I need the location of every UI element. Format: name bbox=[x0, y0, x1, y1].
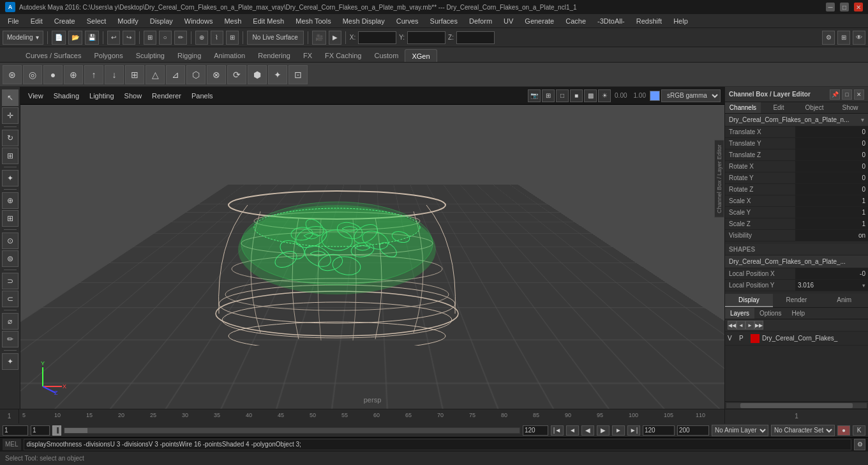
shelf-tab-xgen[interactable]: XGen bbox=[405, 49, 437, 62]
shelf-tab-fxcaching[interactable]: FX Caching bbox=[318, 49, 368, 62]
rp-pin-button[interactable]: 📌 bbox=[830, 89, 840, 100]
tb-render[interactable]: 🎥 bbox=[312, 31, 326, 45]
lt-show-manip[interactable]: ⊙ bbox=[2, 232, 19, 249]
shelf-icon-3[interactable]: ● bbox=[43, 65, 63, 84]
pb-step-back[interactable]: ◄ bbox=[566, 425, 579, 436]
vp-grid-btn[interactable]: ⊞ bbox=[542, 89, 555, 102]
shelf-tab-curves[interactable]: Curves / Surfaces bbox=[19, 49, 87, 62]
character-set-select[interactable]: No Character Set bbox=[771, 425, 835, 436]
lt-scale-tool[interactable]: ⊞ bbox=[2, 148, 19, 164]
shelf-icon-13[interactable]: ⬢ bbox=[248, 65, 267, 84]
layer-tab-options[interactable]: Options bbox=[754, 308, 786, 319]
tb-snap-curve[interactable]: ⌇ bbox=[211, 31, 223, 45]
shelf-icon-1[interactable]: ⊛ bbox=[3, 65, 22, 84]
shelf-tab-polygons[interactable]: Polygons bbox=[87, 49, 129, 62]
ch-tab-channels[interactable]: Channels bbox=[725, 102, 761, 113]
lt-select-tool[interactable]: ↖ bbox=[2, 89, 19, 106]
ch-value-rotate-z[interactable]: 0 bbox=[795, 184, 868, 195]
vp-menu-panels[interactable]: Panels bbox=[188, 91, 217, 101]
timeline-ruler[interactable]: 5 10 15 20 25 30 35 40 45 50 55 60 65 70… bbox=[19, 409, 724, 423]
shelf-icon-11[interactable]: ⊗ bbox=[207, 65, 226, 84]
menu-display[interactable]: Display bbox=[145, 16, 178, 26]
menu-uv[interactable]: UV bbox=[498, 16, 518, 26]
vp-menu-show[interactable]: Show bbox=[121, 91, 146, 101]
vp-menu-shading[interactable]: Shading bbox=[50, 91, 83, 101]
playback-slider[interactable] bbox=[64, 427, 520, 434]
menu-deform[interactable]: Deform bbox=[464, 16, 497, 26]
tb-undo[interactable]: ↩ bbox=[107, 31, 120, 45]
frame-current-input[interactable] bbox=[31, 425, 50, 436]
maximize-button[interactable]: □ bbox=[840, 3, 849, 11]
vp-wireframe-btn[interactable]: □ bbox=[556, 89, 569, 102]
layer-v-label[interactable]: V bbox=[728, 335, 737, 342]
rp-restore-button[interactable]: □ bbox=[842, 89, 852, 100]
shelf-icon-8[interactable]: △ bbox=[146, 65, 165, 84]
shelf-icon-6[interactable]: ↓ bbox=[105, 65, 124, 84]
tb-select[interactable]: ⊞ bbox=[144, 31, 156, 45]
layer-scroll-right-far[interactable]: ▶▶ bbox=[754, 321, 763, 330]
ch-value-rotate-x[interactable]: 0 bbox=[795, 161, 868, 172]
tb-redo[interactable]: ↪ bbox=[123, 31, 135, 45]
layer-tab-layers[interactable]: Layers bbox=[725, 308, 754, 319]
lt-snap-grid[interactable]: ⊕ bbox=[2, 192, 19, 209]
colorspace-select[interactable]: sRGB gamma bbox=[661, 89, 721, 102]
menu-help[interactable]: Help bbox=[668, 16, 693, 26]
pb-step-fwd[interactable]: ► bbox=[612, 425, 625, 436]
x-input[interactable] bbox=[358, 31, 396, 44]
pb-auto-key[interactable]: ● bbox=[837, 425, 850, 436]
ch-value-translate-z[interactable]: 0 bbox=[795, 149, 868, 160]
pb-go-end[interactable]: ►| bbox=[627, 425, 640, 436]
menu-edit[interactable]: Edit bbox=[26, 16, 48, 26]
close-button[interactable]: ✕ bbox=[854, 3, 863, 11]
pb-key[interactable]: K bbox=[853, 425, 865, 436]
layer-scroll-left[interactable]: ◄ bbox=[737, 321, 745, 330]
y-input[interactable] bbox=[407, 31, 445, 44]
layer-scroll-left-far[interactable]: ◀◀ bbox=[728, 321, 737, 330]
vp-color-swatch[interactable] bbox=[650, 91, 660, 101]
shelf-icon-5[interactable]: ↑ bbox=[84, 65, 103, 84]
shelf-tab-animation[interactable]: Animation bbox=[207, 49, 251, 62]
menu-surfaces[interactable]: Surfaces bbox=[425, 16, 463, 26]
ch-tab-show[interactable]: Show bbox=[832, 102, 868, 113]
shelf-icon-14[interactable]: ✦ bbox=[268, 65, 287, 84]
pb-go-start[interactable]: |◄ bbox=[551, 425, 564, 436]
cmd-language-label[interactable]: MEL bbox=[3, 439, 21, 450]
lt-hide-manip[interactable]: ⊚ bbox=[2, 250, 19, 267]
frame-start-input[interactable] bbox=[3, 425, 28, 436]
shelf-tab-rigging[interactable]: Rigging bbox=[171, 49, 207, 62]
tb-lasso[interactable]: ○ bbox=[159, 31, 172, 45]
tb-snap-point[interactable]: ⊞ bbox=[226, 31, 239, 45]
vp-light-btn[interactable]: ☀ bbox=[598, 89, 611, 102]
tb-grid[interactable]: ⊞ bbox=[837, 31, 850, 45]
menu-select[interactable]: Select bbox=[82, 16, 112, 26]
vp-solid-btn[interactable]: ■ bbox=[570, 89, 583, 102]
lt-snap-2[interactable]: ⊞ bbox=[2, 210, 19, 227]
menu-generate[interactable]: Generate bbox=[520, 16, 559, 26]
ch-value-local-pos-x[interactable]: -0 bbox=[795, 268, 868, 279]
ch-value-translate-y[interactable]: 0 bbox=[795, 138, 868, 149]
h-scrollbar[interactable] bbox=[725, 401, 868, 409]
shelf-icon-9[interactable]: ⊿ bbox=[166, 65, 185, 84]
ch-value-translate-x[interactable]: 0 bbox=[795, 126, 868, 137]
ch-tab-object[interactable]: Object bbox=[797, 102, 832, 113]
ch-value-rotate-y[interactable]: 0 bbox=[795, 172, 868, 183]
ch-value-visibility[interactable]: on bbox=[795, 230, 868, 241]
vp-menu-renderer[interactable]: Renderer bbox=[148, 91, 185, 101]
ch-value-scale-z[interactable]: 1 bbox=[795, 218, 868, 229]
shelf-tab-sculpting[interactable]: Sculpting bbox=[130, 49, 171, 62]
shelf-tab-fx[interactable]: FX bbox=[297, 49, 318, 62]
ch-value-local-pos-y[interactable]: 3.016 ▾ bbox=[795, 280, 868, 291]
lt-xgen[interactable]: ✦ bbox=[2, 353, 19, 370]
menu-curves[interactable]: Curves bbox=[391, 16, 424, 26]
minimize-button[interactable]: ─ bbox=[826, 3, 835, 11]
shelf-icon-2[interactable]: ◎ bbox=[23, 65, 42, 84]
rp-close-button[interactable]: ✕ bbox=[854, 89, 864, 100]
shelf-tab-rendering[interactable]: Rendering bbox=[251, 49, 297, 62]
layer-scroll-right[interactable]: ► bbox=[745, 321, 754, 330]
menu-redshift[interactable]: Redshift bbox=[631, 16, 667, 26]
lt-sculpt[interactable]: ⌀ bbox=[2, 313, 19, 330]
lt-paint[interactable]: ✏ bbox=[2, 331, 19, 347]
playback-speed[interactable] bbox=[677, 425, 709, 436]
shelf-icon-15[interactable]: ⊡ bbox=[288, 65, 308, 84]
ch-tab-edit[interactable]: Edit bbox=[761, 102, 797, 113]
